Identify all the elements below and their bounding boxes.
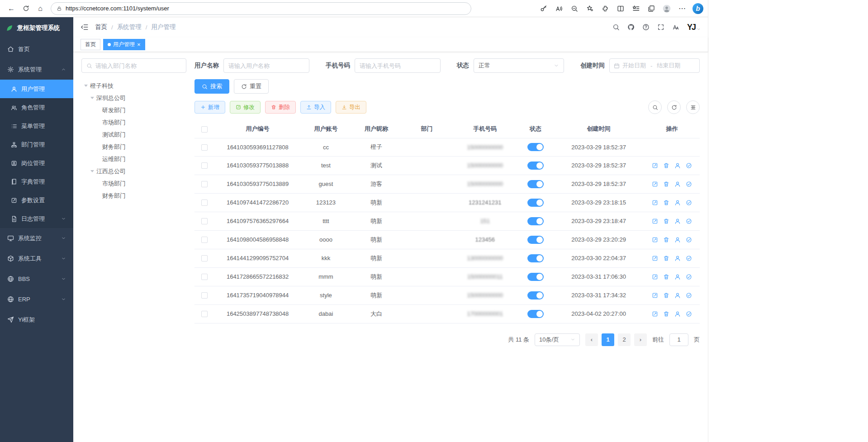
row-checkbox[interactable]	[201, 274, 208, 280]
tree-node[interactable]: 江西总公司	[81, 165, 186, 177]
date-range-picker[interactable]: 开始日期 - 结束日期	[609, 58, 700, 73]
menu-fold-icon[interactable]	[81, 23, 89, 31]
expand-caret-icon[interactable]	[90, 97, 94, 101]
bing-icon[interactable]: b	[693, 3, 703, 14]
breadcrumb-home[interactable]: 首页	[95, 23, 107, 31]
sidebar-item-tools[interactable]: 系统工具	[0, 248, 73, 269]
refresh-table-button[interactable]	[667, 100, 681, 114]
delete-icon[interactable]	[663, 311, 669, 317]
sidebar-item-system[interactable]: 系统管理	[0, 59, 73, 80]
import-button[interactable]: 导入	[300, 101, 331, 114]
sidebar-item-role-mgmt[interactable]: 角色管理	[0, 98, 73, 117]
github-icon[interactable]	[627, 24, 635, 31]
row-checkbox[interactable]	[201, 255, 208, 261]
read-aloud-icon[interactable]	[552, 2, 566, 15]
zoom-icon[interactable]	[568, 2, 581, 15]
extensions-icon[interactable]	[598, 2, 612, 15]
assign-role-icon[interactable]	[686, 237, 692, 243]
edit-icon[interactable]	[652, 181, 658, 187]
favorite-add-icon[interactable]	[583, 2, 597, 15]
status-toggle[interactable]	[527, 273, 544, 281]
expand-caret-icon[interactable]	[90, 170, 94, 174]
reset-password-icon[interactable]	[674, 200, 681, 206]
assign-role-icon[interactable]	[686, 218, 692, 224]
tree-node[interactable]: 财务部门	[81, 190, 186, 202]
search-button[interactable]: 搜索	[194, 79, 229, 94]
delete-button[interactable]: 删除	[265, 101, 296, 114]
add-button[interactable]: 新增	[194, 101, 225, 114]
collections-icon[interactable]	[645, 2, 658, 15]
tab-home[interactable]: 首页	[81, 39, 100, 50]
status-toggle[interactable]	[527, 162, 544, 170]
edit-icon[interactable]	[652, 200, 658, 206]
export-button[interactable]: 导出	[336, 101, 366, 114]
page-button-1[interactable]: 1	[602, 333, 614, 346]
delete-icon[interactable]	[663, 181, 669, 187]
reset-password-icon[interactable]	[674, 237, 681, 243]
row-checkbox[interactable]	[201, 311, 208, 317]
tree-node[interactable]: 运维部门	[81, 153, 186, 165]
reset-button[interactable]: 重置	[234, 79, 269, 94]
row-checkbox[interactable]	[201, 237, 208, 243]
assign-role-icon[interactable]	[686, 181, 692, 187]
status-toggle[interactable]	[527, 236, 544, 244]
page-button-2[interactable]: 2	[618, 333, 631, 346]
tab-user-mgmt[interactable]: 用户管理 ×	[103, 39, 145, 50]
row-checkbox[interactable]	[201, 144, 208, 151]
dept-search-input[interactable]	[95, 62, 181, 69]
sidebar-item-param-settings[interactable]: 参数设置	[0, 191, 73, 209]
status-toggle[interactable]	[527, 180, 544, 188]
edit-icon[interactable]	[652, 311, 658, 317]
prev-page-button[interactable]: ‹	[585, 333, 598, 346]
home-icon[interactable]: ⌂	[33, 2, 47, 15]
row-checkbox[interactable]	[201, 162, 208, 169]
next-page-button[interactable]: ›	[634, 333, 647, 346]
status-toggle[interactable]	[527, 143, 544, 151]
user-avatar[interactable]: YJ	[687, 23, 701, 31]
breadcrumb-system[interactable]: 系统管理	[117, 23, 142, 31]
reload-icon[interactable]	[19, 2, 33, 15]
assign-role-icon[interactable]	[686, 200, 692, 206]
help-icon[interactable]	[642, 24, 650, 31]
status-toggle[interactable]	[527, 254, 544, 262]
sidebar-item-home[interactable]: 首页	[0, 39, 73, 59]
back-icon[interactable]: ←	[5, 2, 18, 15]
expand-caret-icon[interactable]	[84, 85, 88, 89]
assign-role-icon[interactable]	[686, 292, 692, 299]
tree-node[interactable]: 研发部门	[81, 104, 186, 116]
delete-icon[interactable]	[663, 162, 669, 169]
sidebar-item-erp[interactable]: ERP	[0, 289, 73, 309]
reset-password-icon[interactable]	[674, 255, 681, 261]
reset-password-icon[interactable]	[674, 292, 681, 299]
username-input[interactable]	[223, 58, 309, 73]
font-size-icon[interactable]	[672, 24, 679, 31]
fullscreen-icon[interactable]	[657, 24, 664, 31]
sidebar-item-bbs[interactable]: BBS	[0, 269, 73, 289]
sidebar-item-user-mgmt[interactable]: 用户管理	[0, 80, 73, 98]
sidebar-item-dept-mgmt[interactable]: 部门管理	[0, 135, 73, 154]
column-settings-button[interactable]	[686, 100, 700, 114]
address-bar[interactable]: https://ccnetcore.com:1101/system/user	[51, 2, 471, 15]
more-icon[interactable]: ⋯	[675, 2, 689, 15]
reset-password-icon[interactable]	[674, 274, 681, 280]
assign-role-icon[interactable]	[686, 255, 692, 261]
edit-icon[interactable]	[652, 292, 658, 299]
delete-icon[interactable]	[663, 292, 669, 299]
profile-icon[interactable]	[660, 2, 674, 15]
page-size-select[interactable]: 10条/页	[535, 333, 580, 346]
assign-role-icon[interactable]	[686, 311, 692, 317]
sidebar-item-log-mgmt[interactable]: 日志管理	[0, 209, 73, 228]
sidebar-item-monitor[interactable]: 系统监控	[0, 228, 73, 248]
assign-role-icon[interactable]	[686, 162, 692, 169]
edit-button[interactable]: 修改	[230, 101, 261, 114]
tree-node[interactable]: 市场部门	[81, 116, 186, 128]
close-icon[interactable]: ×	[137, 42, 141, 48]
edit-icon[interactable]	[652, 274, 658, 280]
status-select[interactable]: 正常	[474, 58, 564, 73]
row-checkbox[interactable]	[201, 218, 208, 224]
tree-node[interactable]: 深圳总公司	[81, 92, 186, 104]
sidebar-item-dict-mgmt[interactable]: 字典管理	[0, 172, 73, 191]
assign-role-icon[interactable]	[686, 274, 692, 280]
favorites-bar-icon[interactable]	[629, 2, 643, 15]
tree-node[interactable]: 测试部门	[81, 128, 186, 141]
